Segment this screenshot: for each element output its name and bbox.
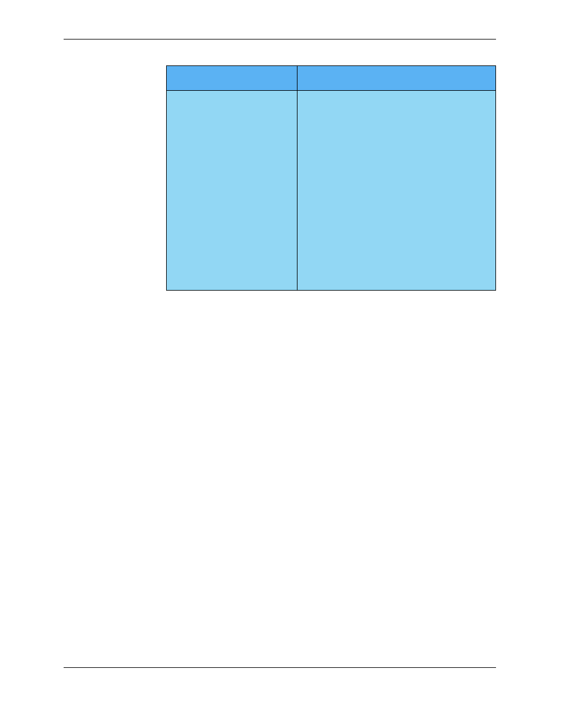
footer-horizontal-rule [64,667,496,668]
table-row [167,91,496,291]
table-cell-2 [297,91,496,291]
table-cell-1 [167,91,297,291]
table-header-row [167,66,496,91]
table-header-cell-2 [297,66,496,91]
content-table [166,65,496,291]
table-header-cell-1 [167,66,297,91]
header-horizontal-rule [64,39,496,39]
